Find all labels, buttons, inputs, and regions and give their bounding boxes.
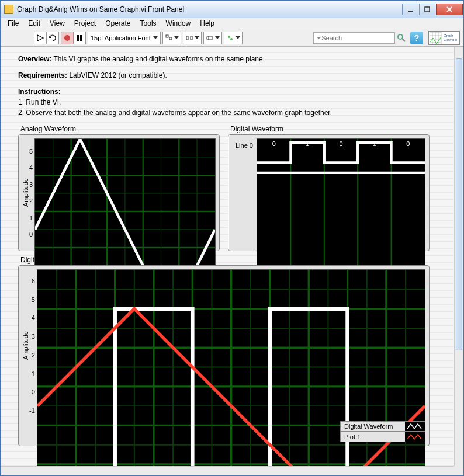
minimize-button[interactable] xyxy=(402,4,418,15)
distribute-button[interactable] xyxy=(183,32,202,44)
svg-point-4 xyxy=(64,35,70,41)
run-button[interactable] xyxy=(34,32,46,44)
align-button[interactable] xyxy=(162,32,181,44)
analog-graph-title: Analog Waveform xyxy=(20,125,220,133)
menu-view[interactable]: View xyxy=(45,18,70,29)
analog-graph[interactable]: Amplitude 5 4 3 2 1 0 xyxy=(18,134,220,251)
svg-line-16 xyxy=(402,39,405,41)
svg-point-14 xyxy=(230,38,233,40)
titlebar: Graph Dig&Anlg Wfms on Same Graph.vi Fro… xyxy=(1,1,463,18)
menu-operate[interactable]: Operate xyxy=(101,18,135,29)
svg-text:Example: Example xyxy=(444,38,458,41)
y-axis-label: Amplitude xyxy=(22,149,29,237)
menu-window[interactable]: Window xyxy=(161,18,196,29)
combined-graph[interactable]: Amplitude 6 5 4 3 2 1 0 -1 xyxy=(18,265,430,446)
run-continuous-button[interactable] xyxy=(46,32,59,44)
scrollbar-corner xyxy=(454,466,463,475)
legend-item[interactable]: Plot 1 xyxy=(340,432,425,442)
window-title: Graph Dig&Anlg Wfms on Same Graph.vi Fro… xyxy=(17,5,402,13)
svg-rect-6 xyxy=(80,35,82,41)
reorder-button[interactable] xyxy=(224,32,243,44)
graph-example-icon[interactable]: Graph Example xyxy=(428,31,460,45)
digital-line-label: Line 0 xyxy=(232,138,257,247)
menu-edit[interactable]: Edit xyxy=(23,18,45,29)
overview: Overview: This VI graphs the analog and … xyxy=(18,54,437,64)
abort-button[interactable] xyxy=(61,32,73,44)
search-input[interactable] xyxy=(321,34,392,41)
menubar: File Edit View Project Operate Tools Win… xyxy=(1,18,463,29)
close-button[interactable] xyxy=(436,4,463,15)
legend-swatch-icon xyxy=(405,422,425,431)
svg-point-15 xyxy=(398,34,403,39)
requirements: Requirements: LabVIEW 2012 (or compatibl… xyxy=(18,70,437,81)
svg-rect-1 xyxy=(425,7,430,12)
svg-line-25 xyxy=(433,38,437,44)
pause-button[interactable] xyxy=(73,32,86,44)
svg-rect-7 xyxy=(166,35,168,37)
instructions: Instructions: 1. Run the VI. 2. Observe … xyxy=(18,86,437,118)
svg-rect-10 xyxy=(191,36,192,40)
search-icon[interactable] xyxy=(397,33,406,43)
plot-legend[interactable]: Digital Waveform Plot 1 xyxy=(340,421,425,442)
svg-text:Graph: Graph xyxy=(444,34,453,37)
front-panel-workspace[interactable]: Overview: This VI graphs the analog and … xyxy=(1,47,454,466)
help-button[interactable]: ? xyxy=(410,32,423,44)
font-selector[interactable]: 15pt Application Font xyxy=(88,32,161,44)
menu-tools[interactable]: Tools xyxy=(136,18,161,29)
app-window: Graph Dig&Anlg Wfms on Same Graph.vi Fro… xyxy=(0,0,464,476)
maximize-button[interactable] xyxy=(419,4,435,15)
search-box[interactable] xyxy=(313,32,395,44)
svg-point-13 xyxy=(228,36,230,38)
svg-rect-9 xyxy=(186,36,188,40)
menu-file[interactable]: File xyxy=(3,18,23,29)
vertical-scrollbar[interactable] xyxy=(454,47,463,466)
toolbar: 15pt Application Font ? Graph xyxy=(1,29,463,47)
resize-button[interactable] xyxy=(203,32,222,44)
digital-graph-title: Digital Waveform xyxy=(230,125,430,133)
svg-rect-11 xyxy=(207,37,213,39)
app-icon xyxy=(4,5,13,14)
digital-graph[interactable]: Line 0 xyxy=(228,134,430,251)
dropdown-icon xyxy=(153,36,158,39)
legend-item[interactable]: Digital Waveform xyxy=(340,421,425,432)
menu-help[interactable]: Help xyxy=(195,18,219,29)
svg-rect-5 xyxy=(77,35,79,41)
menu-project[interactable]: Project xyxy=(70,18,101,29)
svg-rect-8 xyxy=(169,37,172,40)
legend-swatch-icon xyxy=(405,432,425,442)
search-dropdown-icon xyxy=(316,35,321,41)
horizontal-scrollbar[interactable] xyxy=(1,466,454,475)
font-name: 15pt Application Font xyxy=(91,34,151,41)
y-axis-label: Amplitude xyxy=(22,279,29,413)
